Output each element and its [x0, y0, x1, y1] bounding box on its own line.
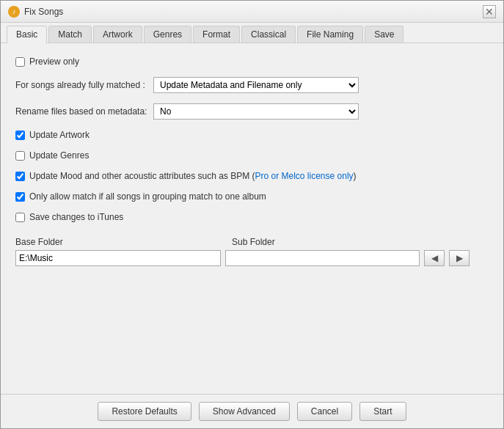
main-content: Preview only For songs already fully mat…	[1, 43, 503, 394]
app-icon: ♪	[8, 6, 20, 18]
title-bar-left: ♪ Fix Songs	[8, 6, 63, 18]
preview-only-row: Preview only	[15, 56, 489, 67]
folder-inputs: ◀ ▶	[15, 250, 489, 266]
sub-folder-input[interactable]	[225, 250, 420, 266]
save-itunes-label[interactable]: Save changes to iTunes	[29, 212, 123, 222]
show-advanced-button[interactable]: Show Advanced	[199, 402, 290, 421]
update-artwork-label[interactable]: Update Artwork	[29, 130, 90, 140]
tab-artwork[interactable]: Artwork	[93, 26, 142, 43]
preview-only-label[interactable]: Preview only	[29, 56, 79, 67]
update-genres-row: Update Genres	[15, 150, 489, 161]
update-mood-label[interactable]: Update Mood and other acoustic attribute…	[29, 171, 357, 181]
footer: Restore Defaults Show Advanced Cancel St…	[1, 394, 503, 428]
save-itunes-row: Save changes to iTunes	[15, 212, 489, 222]
for-songs-label: For songs already fully matched :	[15, 80, 147, 90]
folder-back-button[interactable]: ◀	[424, 250, 445, 266]
close-button[interactable]: ✕	[483, 5, 496, 18]
start-button[interactable]: Start	[359, 402, 406, 421]
folder-section: Base Folder Sub Folder ◀ ▶	[15, 237, 489, 266]
rename-files-label: Rename files based on metadata:	[15, 106, 147, 117]
base-folder-input[interactable]	[15, 250, 221, 266]
tab-format[interactable]: Format	[193, 26, 240, 43]
update-artwork-row: Update Artwork	[15, 130, 489, 140]
rename-files-row: Rename files based on metadata: No Yes	[15, 103, 489, 120]
update-artwork-checkbox[interactable]	[15, 131, 25, 140]
save-itunes-checkbox[interactable]	[15, 213, 25, 222]
base-folder-label: Base Folder	[15, 237, 232, 247]
update-mood-row: Update Mood and other acoustic attribute…	[15, 171, 489, 181]
for-songs-select[interactable]: Update Metadata and Filename only Update…	[153, 77, 359, 93]
fix-songs-window: ♪ Fix Songs ✕ Basic Match Artwork Genres…	[0, 0, 504, 429]
title-bar: ♪ Fix Songs ✕	[1, 1, 503, 23]
folder-forward-button[interactable]: ▶	[449, 250, 470, 266]
update-mood-checkbox[interactable]	[15, 172, 25, 181]
preview-only-checkbox[interactable]	[15, 57, 25, 67]
tab-match[interactable]: Match	[48, 26, 92, 43]
tab-bar: Basic Match Artwork Genres Format Classi…	[1, 23, 503, 43]
update-genres-checkbox[interactable]	[15, 151, 25, 161]
only-allow-match-row: Only allow match if all songs in groupin…	[15, 191, 489, 202]
tab-basic[interactable]: Basic	[7, 26, 47, 43]
tab-classical[interactable]: Classical	[241, 26, 296, 43]
tab-file-naming[interactable]: File Naming	[297, 26, 363, 43]
only-allow-match-label[interactable]: Only allow match if all songs in groupin…	[29, 191, 266, 202]
tab-genres[interactable]: Genres	[144, 26, 191, 43]
restore-defaults-button[interactable]: Restore Defaults	[98, 402, 191, 421]
window-title: Fix Songs	[24, 7, 63, 17]
folder-labels: Base Folder Sub Folder	[15, 237, 489, 247]
sub-folder-label: Sub Folder	[232, 237, 275, 247]
rename-files-select[interactable]: No Yes	[153, 103, 359, 120]
for-songs-row: For songs already fully matched : Update…	[15, 77, 489, 93]
tab-save[interactable]: Save	[365, 26, 403, 43]
update-genres-label[interactable]: Update Genres	[29, 150, 89, 161]
only-allow-match-checkbox[interactable]	[15, 192, 25, 202]
cancel-button[interactable]: Cancel	[297, 402, 352, 421]
mood-license-link[interactable]: Pro or Melco license only	[255, 171, 354, 181]
